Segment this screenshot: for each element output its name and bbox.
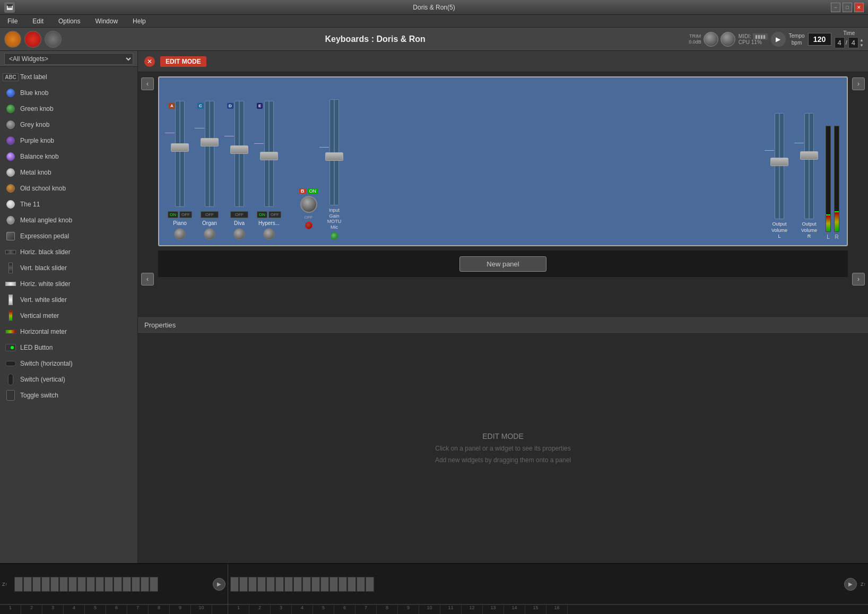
mini-key[interactable] [41,577,50,592]
sidebar-item-vert-black-slider[interactable]: Vert. black slider [0,260,137,276]
mini-key-r[interactable] [275,577,284,592]
hypers-fader[interactable] [260,152,278,160]
minimize-button[interactable]: − [831,3,840,12]
sidebar-item-blue-knob[interactable]: Blue knob [0,85,137,101]
mini-key-r[interactable] [366,577,374,592]
mini-key-r[interactable] [284,577,293,592]
sidebar-item-grey-knob[interactable]: Grey knob [0,117,137,133]
sidebar-item-the-11[interactable]: The 11 [0,196,137,212]
mini-key[interactable] [23,577,32,592]
mini-key[interactable] [86,577,95,592]
sidebar-item-toggle-switch[interactable]: Toggle switch [0,387,137,403]
piano-mini-keys-1[interactable] [14,577,158,592]
mini-key-r[interactable] [293,577,302,592]
organ-off-btn[interactable]: OFF [201,211,219,218]
maximize-button[interactable]: □ [843,3,852,12]
sidebar-item-green-knob[interactable]: Green knob [0,101,137,117]
sidebar-item-led-button[interactable]: LED Button [0,340,137,356]
close-button[interactable]: ✕ [854,3,864,12]
mini-key[interactable] [77,577,86,592]
organ-knob[interactable] [204,228,215,240]
mini-key[interactable] [105,577,113,592]
sidebar-item-horiz-white-slider[interactable]: Horiz. white slider [0,276,137,292]
mini-key[interactable] [132,577,140,592]
mini-key[interactable] [114,577,122,592]
mini-key-r[interactable] [320,577,329,592]
mini-key-r[interactable] [311,577,320,592]
mini-key-r[interactable] [338,577,347,592]
panel-nav-left-bottom[interactable]: ‹ [141,273,154,286]
sidebar-item-balance-knob[interactable]: Balance knob [0,149,137,165]
sidebar-item-old-school-knob[interactable]: Old school knob [0,180,137,196]
b-big-knob[interactable] [300,196,317,213]
sidebar-item-vert-white-slider[interactable]: Vert. white slider [0,292,137,308]
widget-filter-dropdown[interactable]: <All Widgets> [4,53,133,65]
sidebar-item-switch-horizontal[interactable]: Switch (horizontal) [0,356,137,371]
time-arrows[interactable]: ▲ ▼ [860,38,864,48]
mini-key[interactable] [32,577,41,592]
piano-knob[interactable] [174,228,186,240]
organ-fader[interactable] [201,138,219,146]
mini-key-r[interactable] [230,577,239,592]
mini-key-r[interactable] [329,577,338,592]
sidebar-item-purple-knob[interactable]: Purple knob [0,133,137,149]
sidebar-item-horizontal-meter[interactable]: Horizontal meter [0,324,137,340]
sidebar-item-metal-knob[interactable]: Metal knob [0,165,137,180]
trim-knob[interactable] [704,32,718,47]
hypers-off-btn[interactable]: OFF [268,211,281,218]
menu-options[interactable]: Options [55,16,83,26]
piano-off-btn[interactable]: OFF [179,211,192,218]
play-button[interactable]: ▶ [771,32,786,47]
mini-key[interactable] [123,577,131,592]
output-r-fader[interactable] [800,151,818,160]
output-l-fader[interactable] [770,158,788,166]
panel-scroll-area[interactable]: ‹ ‹ › › A [138,72,868,317]
sidebar-item-text-label[interactable]: ABC Text label [0,69,137,85]
sidebar-item-metal-angled-knob[interactable]: Metal angled knob [0,212,137,228]
mini-key-r[interactable] [239,577,248,592]
menu-help[interactable]: Help [129,16,149,26]
menu-edit[interactable]: Edit [29,16,47,26]
trim-knob-2[interactable] [721,32,735,47]
mini-key[interactable] [96,577,104,592]
transport-play-right[interactable]: ▶ [844,578,857,591]
menu-window[interactable]: Window [92,16,121,26]
red-led-btn[interactable] [305,222,313,229]
mini-key-r[interactable] [357,577,365,592]
new-panel-button[interactable]: New panel [459,256,546,272]
piano-on-btn[interactable]: ON [168,211,178,218]
panel-nav-left-top[interactable]: ‹ [141,77,154,90]
sidebar-item-switch-vertical[interactable]: Switch (vertical) [0,371,137,387]
mini-key[interactable] [50,577,59,592]
transport-play-left[interactable]: ▶ [213,578,225,591]
hypers-on-btn[interactable]: ON [257,211,267,218]
panel-nav-right-bottom[interactable]: › [852,273,865,286]
toolbar-btn-2[interactable] [24,31,41,48]
mini-key-r[interactable] [248,577,257,592]
diva-knob[interactable] [233,228,245,240]
mini-key-r[interactable] [348,577,356,592]
input-green-led[interactable] [331,232,338,240]
diva-off-btn[interactable]: OFF [230,211,248,218]
mini-key[interactable] [59,577,68,592]
hypers-knob[interactable] [263,228,275,240]
mini-key[interactable] [141,577,149,592]
panel-nav-right-top[interactable]: › [852,77,865,90]
piano-mini-keys-right[interactable] [230,577,843,592]
mini-key-r[interactable] [266,577,275,592]
toolbar-btn-3[interactable] [45,31,62,48]
mini-key-r[interactable] [302,577,311,592]
menu-file[interactable]: File [4,16,21,26]
mini-key[interactable] [150,577,158,592]
mini-key[interactable] [14,577,23,592]
input-fader[interactable] [325,152,343,161]
diva-fader[interactable] [230,145,248,154]
piano-fader[interactable] [171,143,189,152]
sidebar-item-horiz-black-slider[interactable]: Horiz. black slider [0,244,137,260]
mini-key-r[interactable] [257,577,266,592]
sidebar-item-vertical-meter[interactable]: Vertical meter [0,308,137,324]
sidebar-item-expression-pedal[interactable]: Expression pedal [0,228,137,244]
toolbar-btn-1[interactable] [4,31,21,48]
bpm-input[interactable]: 120 [808,33,831,46]
mini-key[interactable] [68,577,77,592]
